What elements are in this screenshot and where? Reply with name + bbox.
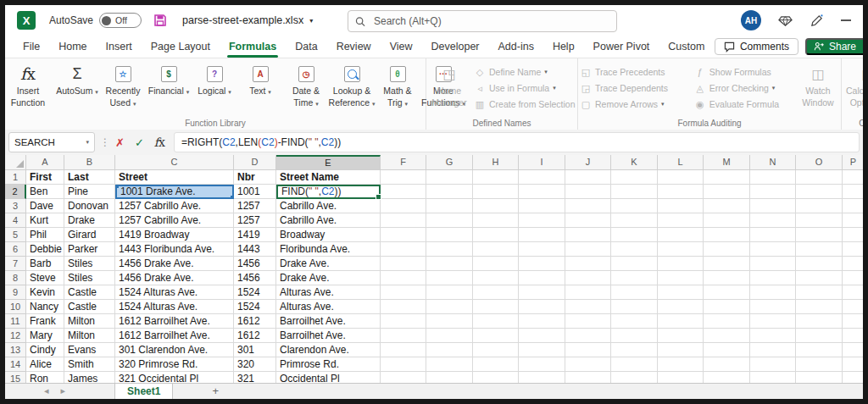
cell-P4[interactable] bbox=[843, 213, 863, 228]
cell-N12[interactable] bbox=[750, 329, 796, 343]
cell-B15[interactable]: James bbox=[64, 372, 115, 384]
cell-D13[interactable]: 301 bbox=[234, 343, 276, 357]
excel-logo-icon[interactable]: X bbox=[17, 11, 36, 30]
col-header-C[interactable]: C bbox=[115, 155, 234, 170]
cell-O10[interactable] bbox=[796, 300, 843, 314]
cell-E5[interactable]: Broadway bbox=[276, 228, 381, 242]
cell-B4[interactable]: Drake bbox=[64, 213, 115, 228]
cell-O11[interactable] bbox=[796, 314, 843, 329]
cell-J5[interactable] bbox=[565, 228, 611, 242]
cell-G11[interactable] bbox=[426, 314, 473, 329]
cell-B14[interactable]: Smith bbox=[64, 357, 115, 372]
col-header-I[interactable]: I bbox=[519, 155, 565, 170]
cell-A6[interactable]: Debbie bbox=[26, 242, 64, 257]
cell-F8[interactable] bbox=[381, 271, 426, 285]
cell-M8[interactable] bbox=[704, 271, 750, 285]
cell-K6[interactable] bbox=[611, 242, 658, 257]
cell-J4[interactable] bbox=[565, 213, 611, 228]
pen-icon[interactable] bbox=[810, 14, 824, 28]
cell-H10[interactable] bbox=[473, 300, 519, 314]
cell-I5[interactable] bbox=[519, 228, 565, 242]
tab-review[interactable]: Review bbox=[327, 36, 381, 58]
col-header-J[interactable]: J bbox=[565, 155, 611, 170]
tab-home[interactable]: Home bbox=[49, 36, 96, 58]
cell-F1[interactable] bbox=[381, 170, 426, 185]
ribbon-button-text[interactable]: AText ▾ bbox=[237, 61, 283, 115]
cell-O9[interactable] bbox=[796, 285, 843, 300]
cell-H15[interactable] bbox=[473, 372, 519, 384]
cell-N6[interactable] bbox=[750, 242, 796, 257]
ribbon-button-calculation-options[interactable]: ▦CalculationOptions ▾ bbox=[842, 61, 868, 115]
cell-A11[interactable]: Frank bbox=[26, 314, 64, 329]
cell-I13[interactable] bbox=[519, 343, 565, 357]
cell-F4[interactable] bbox=[381, 213, 426, 228]
cell-M12[interactable] bbox=[704, 329, 750, 343]
cell-K13[interactable] bbox=[611, 343, 658, 357]
cell-D1[interactable]: Nbr bbox=[234, 170, 276, 185]
cell-G7[interactable] bbox=[426, 257, 473, 271]
cell-P3[interactable] bbox=[843, 199, 863, 213]
cell-E4[interactable]: Cabrillo Ave. bbox=[276, 213, 381, 228]
cell-A9[interactable]: Kevin bbox=[26, 285, 64, 300]
ribbon-button-remove-arrows[interactable]: ▢Remove Arrows ▾ bbox=[580, 97, 689, 111]
cell-L1[interactable] bbox=[658, 170, 704, 185]
cell-P6[interactable] bbox=[843, 242, 863, 257]
cell-O3[interactable] bbox=[796, 199, 843, 213]
save-icon[interactable] bbox=[153, 14, 167, 27]
col-header-A[interactable]: A bbox=[26, 155, 64, 170]
tab-data[interactable]: Data bbox=[286, 36, 326, 58]
cell-O2[interactable] bbox=[796, 185, 843, 199]
enter-icon[interactable]: ✓ bbox=[135, 136, 144, 149]
cell-O15[interactable] bbox=[796, 372, 843, 384]
cell-L13[interactable] bbox=[658, 343, 704, 357]
ribbon-button-name-manager[interactable]: ◳NameManager bbox=[426, 61, 472, 115]
fill-handle[interactable] bbox=[376, 194, 381, 200]
cell-M11[interactable] bbox=[704, 314, 750, 329]
cell-B8[interactable]: Stiles bbox=[64, 271, 115, 285]
cell-B10[interactable]: Castle bbox=[64, 300, 115, 314]
tab-help[interactable]: Help bbox=[543, 36, 584, 58]
tab-developer[interactable]: Developer bbox=[422, 36, 489, 58]
avatar[interactable]: AH bbox=[741, 10, 761, 30]
cell-O14[interactable] bbox=[796, 357, 843, 372]
cell-H1[interactable] bbox=[473, 170, 519, 185]
cell-B6[interactable]: Parker bbox=[64, 242, 115, 257]
col-header-G[interactable]: G bbox=[426, 155, 473, 170]
cell-F12[interactable] bbox=[381, 329, 426, 343]
cell-I12[interactable] bbox=[519, 329, 565, 343]
cell-D15[interactable]: 321 bbox=[234, 372, 276, 384]
cell-D2[interactable]: 1001 bbox=[234, 185, 276, 199]
sheet-tab-sheet1[interactable]: Sheet1 bbox=[114, 384, 173, 402]
col-header-E[interactable]: E bbox=[276, 155, 381, 170]
cell-K4[interactable] bbox=[611, 213, 658, 228]
cell-F5[interactable] bbox=[381, 228, 426, 242]
cell-N5[interactable] bbox=[750, 228, 796, 242]
cell-D4[interactable]: 1257 bbox=[234, 213, 276, 228]
cell-P10[interactable] bbox=[843, 300, 863, 314]
tab-page-layout[interactable]: Page Layout bbox=[142, 36, 220, 58]
tab-custom[interactable]: Custom bbox=[659, 36, 714, 58]
cell-G10[interactable] bbox=[426, 300, 473, 314]
cell-M4[interactable] bbox=[704, 213, 750, 228]
cell-H2[interactable] bbox=[473, 185, 519, 199]
cell-L3[interactable] bbox=[658, 199, 704, 213]
sheet-prev-icon[interactable]: ◂ bbox=[44, 385, 49, 396]
formula-input[interactable]: =RIGHT(C2,LEN(C2)-FIND(" ",C2)) bbox=[174, 132, 860, 152]
cell-N11[interactable] bbox=[750, 314, 796, 329]
cell-I4[interactable] bbox=[519, 213, 565, 228]
cell-E7[interactable]: Drake Ave. bbox=[276, 257, 381, 271]
cell-L15[interactable] bbox=[658, 372, 704, 384]
cell-P8[interactable] bbox=[843, 271, 863, 285]
cell-C7[interactable]: 1456 Drake Ave. bbox=[115, 257, 234, 271]
cell-J10[interactable] bbox=[565, 300, 611, 314]
cell-G1[interactable] bbox=[426, 170, 473, 185]
cell-K8[interactable] bbox=[611, 271, 658, 285]
row-header-10[interactable]: 10 bbox=[5, 300, 26, 314]
cell-O13[interactable] bbox=[796, 343, 843, 357]
cell-N1[interactable] bbox=[750, 170, 796, 185]
cell-P2[interactable] bbox=[843, 185, 863, 199]
cell-A10[interactable]: Nancy bbox=[26, 300, 64, 314]
cell-M9[interactable] bbox=[704, 285, 750, 300]
cell-N7[interactable] bbox=[750, 257, 796, 271]
cell-E13[interactable]: Clarendon Ave. bbox=[276, 343, 381, 357]
